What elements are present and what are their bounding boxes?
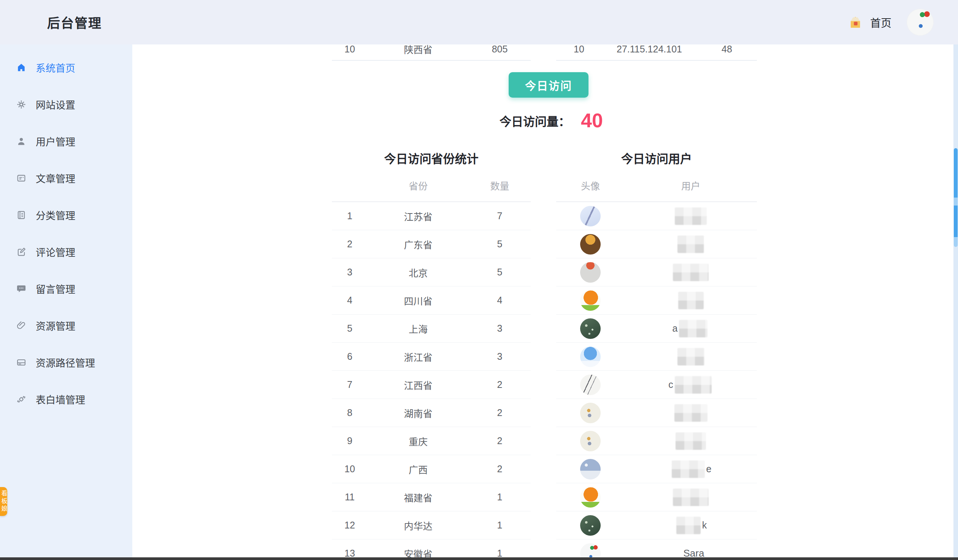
rank-cell: 11 (332, 492, 368, 503)
table-row: 7江西省2 (332, 371, 531, 399)
rank-cell: 10 (332, 44, 368, 55)
count-cell: 48 (697, 44, 757, 55)
count-cell: 805 (469, 44, 531, 55)
province-cell: 湖南省 (368, 406, 469, 420)
sidebar-item-label: 系统首页 (36, 60, 75, 74)
count-cell: 7 (469, 210, 531, 221)
table-row: k (556, 511, 757, 539)
visit-stat-label: 今日访问量： (500, 112, 570, 129)
username-fragment: k (702, 520, 707, 531)
masked-username (677, 236, 704, 253)
masked-username (673, 489, 709, 506)
table-row: 13安徽省1 (332, 539, 531, 558)
sidebar-item-label: 资源管理 (36, 318, 75, 332)
user-avatar (580, 403, 601, 423)
count-cell: 2 (469, 435, 531, 446)
table-row: 2广东省5 (332, 230, 531, 258)
sidebar-item-message-mgmt[interactable]: 留言管理 (0, 270, 132, 307)
user-avatar (580, 487, 601, 508)
table-row: 8湖南省2 (332, 399, 531, 427)
user-avatar (580, 375, 601, 395)
rank-cell: 3 (332, 267, 368, 278)
count-cell: 1 (469, 548, 531, 558)
col-header-user: 用户 (625, 179, 757, 192)
sidebar-item-confession-wall-mgmt[interactable]: 表白墙管理 (0, 381, 132, 418)
sidebar-item-system-home[interactable]: 系统首页 (0, 49, 132, 86)
sidebar-item-comment-mgmt[interactable]: 评论管理 (0, 233, 132, 270)
count-cell: 4 (469, 295, 531, 306)
sidebar-item-resource-mgmt[interactable]: 资源管理 (0, 307, 132, 344)
table-row (556, 343, 757, 371)
home-icon (847, 14, 863, 30)
username-fragment: c (668, 379, 673, 390)
table-row: 11福建省1 (332, 483, 531, 511)
page-title: 后台管理 (47, 0, 102, 44)
kanban-girl-tag[interactable]: 看板娘 (0, 487, 7, 516)
province-cell: 重庆 (368, 434, 469, 448)
province-cell: 安徽省 (368, 547, 469, 558)
user-icon (16, 136, 27, 147)
admin-dashboard: 后台管理 首页 系统首页 (0, 0, 958, 560)
rank-cell: 9 (332, 435, 368, 446)
table-row: 4四川省4 (332, 286, 531, 315)
sidebar-item-category-mgmt[interactable]: 分类管理 (0, 196, 132, 233)
table-header-row: 省份 数量 (332, 169, 531, 202)
article-icon (16, 173, 27, 184)
masked-username (679, 320, 707, 337)
divider (332, 60, 531, 61)
table-row: 10广西2 (332, 455, 531, 483)
count-cell: 2 (469, 407, 531, 418)
sidebar-item-user-mgmt[interactable]: 用户管理 (0, 123, 132, 160)
visit-stat-value: 40 (581, 111, 603, 130)
bottom-bar (0, 557, 958, 560)
table-row (556, 230, 757, 258)
table-row: 3北京5 (332, 258, 531, 286)
table-header-row: 头像 用户 (556, 169, 757, 202)
top-header: 后台管理 首页 (0, 0, 958, 44)
sidebar-item-label: 分类管理 (36, 208, 75, 222)
count-cell: 1 (469, 520, 531, 531)
sidebar-item-label: 用户管理 (36, 134, 75, 148)
sidebar-item-label: 网站设置 (36, 97, 75, 111)
rank-cell: 12 (332, 520, 368, 531)
province-cell: 北京 (368, 266, 469, 279)
province-cell: 江苏省 (368, 209, 469, 223)
partial-ip-row: 10 27.115.124.101 48 (556, 44, 757, 55)
province-cell: 浙江省 (368, 350, 469, 364)
province-cell: 四川省 (368, 294, 469, 307)
home-link[interactable]: 首页 (870, 15, 891, 30)
count-cell: 2 (469, 464, 531, 475)
masked-username (676, 517, 701, 534)
table-row: 1江苏省7 (332, 202, 531, 230)
table-row (556, 258, 757, 286)
province-cell: 上海 (368, 322, 469, 335)
sidebar-item-resource-path-mgmt[interactable]: 资源路径管理 (0, 344, 132, 381)
table-row (556, 427, 757, 455)
main-content: 10 陕西省 805 10 27.115.124.101 48 今日访问 今日访… (132, 44, 953, 558)
sidebar-item-label: 表白墙管理 (36, 392, 85, 406)
masked-username (677, 348, 704, 365)
sidebar-item-label: 资源路径管理 (36, 355, 95, 369)
masked-username (674, 404, 707, 422)
table-title: 今日访问用户 (556, 151, 757, 169)
user-avatar (580, 290, 601, 311)
rank-cell: 10 (556, 44, 602, 55)
user-avatar (580, 346, 601, 367)
user-avatar (580, 318, 601, 339)
scrollbar-track[interactable] (953, 44, 958, 558)
sidebar-item-site-settings[interactable]: 网站设置 (0, 86, 132, 123)
count-cell: 5 (469, 239, 531, 250)
province-cell: 江西省 (368, 378, 469, 392)
user-avatar[interactable] (907, 9, 934, 36)
rank-cell: 8 (332, 407, 368, 418)
province-cell: 广西 (368, 462, 469, 476)
sidebar-item-article-mgmt[interactable]: 文章管理 (0, 160, 132, 196)
today-visit-stat: 今日访问量： 40 (132, 105, 953, 136)
today-visits-button[interactable]: 今日访问 (509, 72, 588, 98)
col-header-province: 省份 (368, 179, 469, 192)
sidebar-item-label: 文章管理 (36, 171, 75, 185)
scrollbar-thumb[interactable] (954, 148, 958, 247)
province-cell: 内华达 (368, 519, 469, 532)
user-avatar (580, 431, 601, 451)
rank-cell: 2 (332, 239, 368, 250)
